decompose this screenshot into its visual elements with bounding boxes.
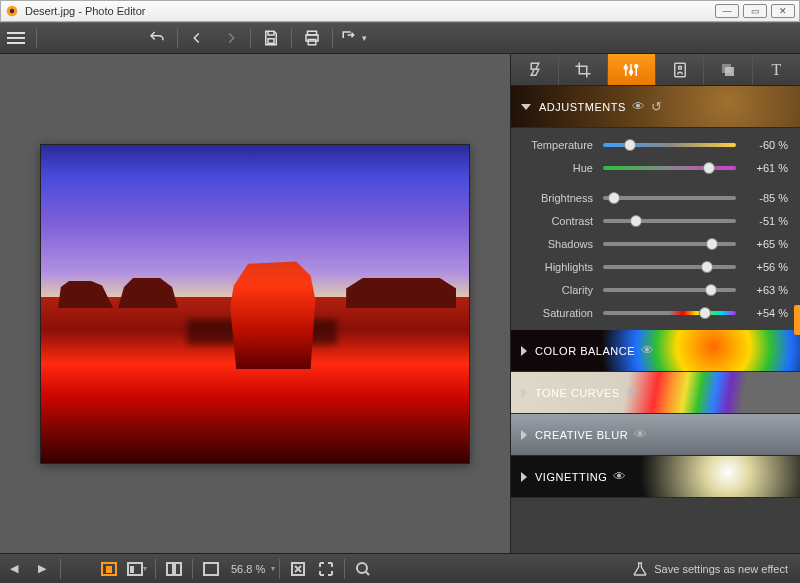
- eye-icon[interactable]: 👁: [626, 385, 640, 400]
- slider-temperature[interactable]: [603, 143, 736, 147]
- export-button[interactable]: ▾: [337, 22, 369, 54]
- chevron-right-icon: [521, 346, 527, 356]
- section-vignetting[interactable]: VIGNETTING 👁: [511, 456, 800, 498]
- bottom-toolbar: ◀ ▶ ▾ 56.8 % ▾ Save settings as new effe…: [0, 553, 800, 583]
- photo-preview: [40, 144, 470, 464]
- window-close-button[interactable]: ✕: [771, 4, 795, 18]
- tab-effects[interactable]: [511, 54, 558, 85]
- slider-thumb[interactable]: [630, 215, 642, 227]
- window-minimize-button[interactable]: —: [715, 4, 739, 18]
- svg-rect-17: [167, 563, 173, 575]
- slider-thumb[interactable]: [608, 192, 620, 204]
- slider-highlights[interactable]: [603, 265, 736, 269]
- chevron-right-icon: [521, 430, 527, 440]
- next-image-button[interactable]: ▶: [28, 554, 56, 584]
- window-maximize-button[interactable]: ▭: [743, 4, 767, 18]
- svg-point-21: [357, 563, 367, 573]
- svg-rect-18: [175, 563, 181, 575]
- view-compare-button[interactable]: ▾: [123, 554, 151, 584]
- svg-rect-12: [725, 67, 734, 76]
- slider-saturation[interactable]: [603, 311, 736, 315]
- reset-icon[interactable]: ↺: [651, 99, 663, 114]
- tab-adjust[interactable]: [607, 54, 655, 85]
- slider-value-hue: +61 %: [744, 162, 788, 174]
- section-label: ADJUSTMENTS: [539, 101, 626, 113]
- slider-clarity[interactable]: [603, 288, 736, 292]
- tab-overlay[interactable]: [703, 54, 751, 85]
- svg-rect-16: [130, 566, 134, 573]
- svg-rect-19: [204, 563, 218, 575]
- slider-thumb[interactable]: [624, 139, 636, 151]
- undo-button[interactable]: [141, 22, 173, 54]
- panel-tabs: T: [511, 54, 800, 86]
- slider-brightness[interactable]: [603, 196, 736, 200]
- eye-icon[interactable]: 👁: [641, 343, 655, 358]
- section-adjustments[interactable]: ADJUSTMENTS 👁 ↺: [511, 86, 800, 128]
- view-split-button[interactable]: [160, 554, 188, 584]
- slider-contrast[interactable]: [603, 219, 736, 223]
- section-tone-curves[interactable]: TONE CURVES 👁: [511, 372, 800, 414]
- slider-value-highlights: +56 %: [744, 261, 788, 273]
- slider-label-highlights: Highlights: [523, 261, 593, 273]
- back-button[interactable]: [182, 22, 214, 54]
- tab-crop[interactable]: [558, 54, 606, 85]
- zoom-value[interactable]: 56.8 %: [225, 563, 271, 575]
- slider-label-hue: Hue: [523, 162, 593, 174]
- eye-icon[interactable]: 👁: [613, 469, 627, 484]
- slider-label-clarity: Clarity: [523, 284, 593, 296]
- actual-size-button[interactable]: [312, 554, 340, 584]
- svg-rect-14: [106, 566, 112, 573]
- slider-label-contrast: Contrast: [523, 215, 593, 227]
- slider-value-saturation: +54 %: [744, 307, 788, 319]
- menu-button[interactable]: [0, 22, 32, 54]
- slider-thumb[interactable]: [705, 284, 717, 296]
- section-creative-blur[interactable]: CREATIVE BLUR 👁: [511, 414, 800, 456]
- svg-point-10: [678, 66, 681, 69]
- fit-screen-button[interactable]: [284, 554, 312, 584]
- forward-button[interactable]: [214, 22, 246, 54]
- save-as-effect-label: Save settings as new effect: [654, 563, 788, 575]
- section-label: TONE CURVES: [535, 387, 620, 399]
- section-color-balance[interactable]: COLOR BALANCE 👁: [511, 330, 800, 372]
- tab-text[interactable]: T: [752, 54, 800, 85]
- fit-button[interactable]: [197, 554, 225, 584]
- slider-shadows[interactable]: [603, 242, 736, 246]
- svg-point-7: [630, 70, 633, 73]
- slider-value-clarity: +63 %: [744, 284, 788, 296]
- section-label: VIGNETTING: [535, 471, 607, 483]
- slider-thumb[interactable]: [701, 261, 713, 273]
- eye-icon[interactable]: 👁: [634, 427, 648, 442]
- eye-icon[interactable]: 👁: [632, 99, 646, 114]
- navigator-button[interactable]: [349, 554, 377, 584]
- adjustments-sliders: Temperature -60 % Hue +61 % Brightness -…: [511, 128, 800, 330]
- slider-value-contrast: -51 %: [744, 215, 788, 227]
- chevron-right-icon: [521, 388, 527, 398]
- save-as-effect-button[interactable]: Save settings as new effect: [620, 561, 800, 577]
- slider-value-shadows: +65 %: [744, 238, 788, 250]
- canvas-area[interactable]: [0, 54, 510, 553]
- slider-label-brightness: Brightness: [523, 192, 593, 204]
- save-button[interactable]: [255, 22, 287, 54]
- slider-thumb[interactable]: [699, 307, 711, 319]
- slider-label-shadows: Shadows: [523, 238, 593, 250]
- svg-point-8: [635, 64, 638, 67]
- svg-point-6: [625, 66, 628, 69]
- prev-image-button[interactable]: ◀: [0, 554, 28, 584]
- slider-thumb[interactable]: [703, 162, 715, 174]
- slider-label-saturation: Saturation: [523, 307, 593, 319]
- flask-icon: [632, 561, 648, 577]
- print-button[interactable]: [296, 22, 328, 54]
- section-label: COLOR BALANCE: [535, 345, 635, 357]
- window-title: Desert.jpg - Photo Editor: [25, 5, 145, 17]
- slider-hue[interactable]: [603, 166, 736, 170]
- app-logo-icon: [5, 4, 19, 18]
- svg-rect-2: [268, 39, 274, 44]
- view-single-button[interactable]: [95, 554, 123, 584]
- section-label: CREATIVE BLUR: [535, 429, 628, 441]
- chevron-right-icon: [521, 472, 527, 482]
- slider-value-temperature: -60 %: [744, 139, 788, 151]
- window-titlebar: Desert.jpg - Photo Editor — ▭ ✕: [0, 0, 800, 22]
- panel-collapse-handle[interactable]: [794, 305, 800, 335]
- tab-retouch[interactable]: [655, 54, 703, 85]
- slider-thumb[interactable]: [706, 238, 718, 250]
